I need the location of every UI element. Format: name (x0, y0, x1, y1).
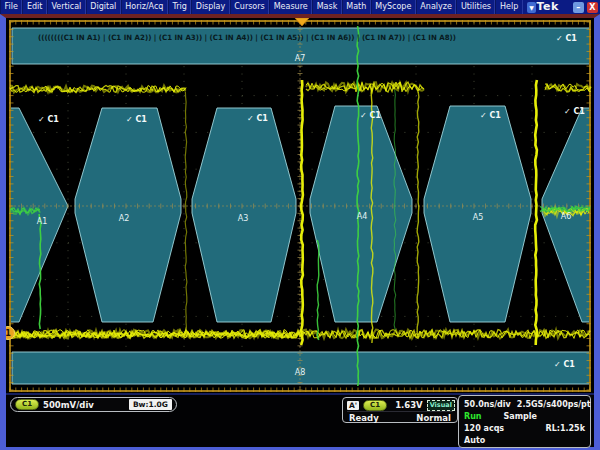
mask-label-a5: A5 (473, 213, 484, 222)
menu-item-measure[interactable]: Measure (269, 0, 312, 14)
mask-check-a6: ✓ C1 (564, 107, 585, 116)
menu-item-display[interactable]: Display (191, 0, 230, 14)
close-button[interactable]: X (587, 2, 598, 13)
visual-trigger-badge[interactable]: Visual (427, 400, 455, 411)
menu-item-math[interactable]: Math (342, 0, 371, 14)
trigger-readout[interactable]: A' C1 1.63V Visual Ready Normal (342, 397, 458, 423)
menu-item-help[interactable]: Help (495, 0, 522, 14)
trigger-source-icon: A' (347, 401, 359, 410)
sample-rate: 2.5GS/s (517, 400, 551, 409)
channel-readout[interactable]: C1 500mV/div Bw:1.0G (10, 397, 177, 412)
acq-row-2: Run Sample (464, 410, 585, 422)
menu-overflow-button[interactable]: ▼ (527, 2, 537, 13)
mask-check-a2: ✓ C1 (126, 115, 147, 124)
acq-row-4: Auto (464, 434, 585, 446)
trigger-state: Ready (349, 413, 379, 423)
mask-label-a1: A1 (37, 217, 48, 226)
menu-item-horiz-acq[interactable]: Horiz/Acq (121, 0, 168, 14)
bandwidth-badge: Bw:1.0G (129, 399, 172, 410)
tekscope-window: FileEditVerticalDigitalHoriz/AcqTrigDisp… (0, 0, 600, 450)
channel-1-marker-label: 1 (6, 329, 11, 338)
acq-mode: Sample (504, 412, 537, 421)
readout-bar: C1 500mV/div Bw:1.0G A' C1 1.63V Visual … (6, 393, 594, 447)
timebase: 50.0ns/div (464, 400, 511, 409)
mask-check-a5: ✓ C1 (480, 111, 501, 120)
display-area: 1 ((((((((C1 IN A1) | (C1 IN A2)) | (C1 … (0, 14, 600, 450)
menu-item-edit[interactable]: Edit (22, 0, 47, 14)
chevron-down-icon: ▼ (529, 4, 534, 11)
menu-item-file[interactable]: File (0, 0, 22, 14)
mask-label-a4: A4 (357, 212, 368, 221)
mask-check-a4: ✓ C1 (360, 111, 381, 120)
trigger-row-1: A' C1 1.63V Visual (347, 399, 453, 411)
tek-logo: Tek (536, 0, 558, 14)
mask-label-a3: A3 (238, 214, 249, 223)
trigger-row-2: Ready Normal (347, 411, 453, 423)
acq-count: 120 acqs (464, 424, 504, 433)
menu-item-mask[interactable]: Mask (312, 0, 342, 14)
trigger-mode-auto: Auto (464, 436, 485, 445)
menu-bar: FileEditVerticalDigitalHoriz/AcqTrigDisp… (0, 0, 600, 14)
minimize-button[interactable]: – (573, 2, 584, 13)
run-state: Run (464, 412, 482, 421)
record-length: RL:1.25k (545, 424, 585, 433)
menu-item-digital[interactable]: Digital (86, 0, 121, 14)
channel-badge: C1 (15, 399, 39, 410)
acquisition-readout[interactable]: 50.0ns/div 2.5GS/s 400ps/pt Run Sample 1… (458, 395, 591, 448)
menu-item-vertical[interactable]: Vertical (47, 0, 86, 14)
graticule: 1 ((((((((C1 IN A1) | (C1 IN A2)) | (C1 … (6, 18, 594, 393)
menu-items: FileEditVerticalDigitalHoriz/AcqTrigDisp… (0, 0, 523, 14)
menu-item-analyze[interactable]: Analyze (416, 0, 457, 14)
mask-check-a7: ✓ C1 (556, 34, 577, 43)
menu-item-cursors[interactable]: Cursors (230, 0, 269, 14)
trigger-mode: Normal (416, 413, 451, 423)
mask-label-a2: A2 (119, 214, 130, 223)
menu-item-trig[interactable]: Trig (168, 0, 191, 14)
channel-scale: 500mV/div (43, 400, 94, 410)
resolution: 400ps/pt (551, 400, 591, 409)
acq-row-3: 120 acqs RL:1.25k (464, 422, 585, 434)
mask-label-a8: A8 (295, 368, 306, 377)
menu-item-utilities[interactable]: Utilities (456, 0, 495, 14)
trigger-level: 1.63V (395, 400, 423, 410)
acq-row-1: 50.0ns/div 2.5GS/s 400ps/pt (464, 398, 585, 410)
mask-label-a7: A7 (295, 54, 306, 63)
channel-1-marker[interactable]: 1 (6, 327, 15, 340)
mask-check-a3: ✓ C1 (247, 114, 268, 123)
trigger-channel-badge: C1 (363, 400, 387, 411)
mask-check-a8: ✓ C1 (554, 360, 575, 369)
menu-item-myscope[interactable]: MyScope (371, 0, 416, 14)
mask-formula: ((((((((C1 IN A1) | (C1 IN A2)) | (C1 IN… (38, 33, 456, 42)
mask-label-a6: A6 (561, 212, 572, 221)
mask-check-a1: ✓ C1 (38, 115, 59, 124)
